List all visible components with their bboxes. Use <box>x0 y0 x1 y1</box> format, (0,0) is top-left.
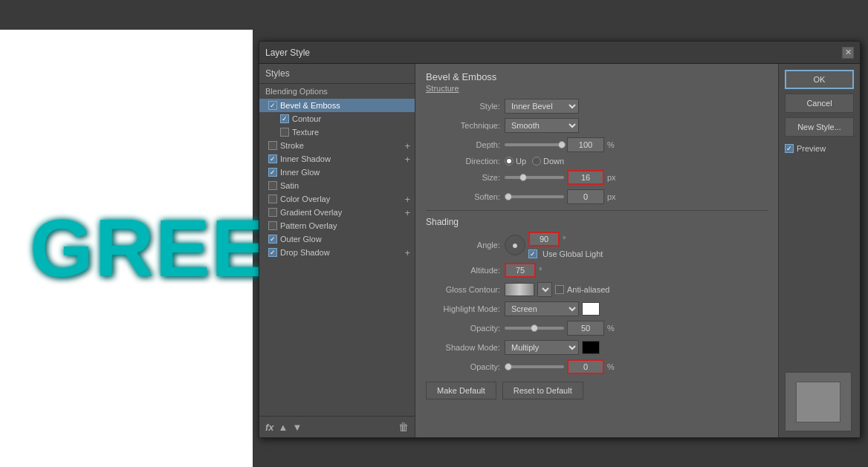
move-up-icon[interactable]: ▲ <box>279 422 288 433</box>
sidebar-item-color-overlay[interactable]: Color Overlay + <box>259 192 415 206</box>
preview-checkbox-row: Preview <box>785 144 854 153</box>
buttons-panel: OK Cancel New Style... Preview <box>778 64 860 437</box>
drop-shadow-add-icon[interactable]: + <box>404 247 410 258</box>
angle-inputs: ° Use Global Light <box>528 232 603 258</box>
sidebar-item-satin[interactable]: Satin <box>259 179 415 192</box>
gloss-contour-select[interactable] <box>537 282 552 297</box>
sidebar-item-inner-shadow[interactable]: Inner Shadow + <box>259 152 415 166</box>
bevel-emboss-label: Bevel & Emboss <box>280 101 340 110</box>
opacity-highlight-unit: % <box>607 324 615 333</box>
bevel-emboss-checkbox[interactable] <box>268 101 277 110</box>
sidebar-item-contour[interactable]: Contour <box>259 112 415 125</box>
sidebar-item-gradient-overlay[interactable]: Gradient Overlay + <box>259 206 415 219</box>
opacity-shadow-input[interactable] <box>567 359 604 374</box>
size-row: Size: px <box>426 170 768 185</box>
soften-slider-thumb[interactable] <box>505 193 512 200</box>
opacity-highlight-input[interactable] <box>567 321 604 336</box>
global-light-label: Use Global Light <box>542 249 603 258</box>
altitude-unit: ° <box>539 266 542 275</box>
inner-shadow-checkbox[interactable] <box>268 154 277 163</box>
dialog-body: Styles Blending Options Bevel & Emboss C… <box>259 64 860 437</box>
highlight-mode-label: Highlight Mode: <box>426 304 500 313</box>
depth-input[interactable] <box>567 137 604 152</box>
stroke-checkbox[interactable] <box>268 141 277 150</box>
angle-dial[interactable]: ● <box>505 235 525 255</box>
separator <box>426 210 768 211</box>
outer-glow-checkbox[interactable] <box>268 235 277 244</box>
direction-control: Up Down <box>505 157 564 166</box>
delete-icon[interactable]: 🗑 <box>398 421 409 433</box>
highlight-mode-select[interactable]: Screen Normal <box>505 301 579 316</box>
cancel-button[interactable]: Cancel <box>785 94 854 113</box>
angle-input[interactable] <box>528 232 560 246</box>
inner-shadow-add-icon[interactable]: + <box>404 154 410 165</box>
highlight-mode-control: Screen Normal <box>505 301 600 316</box>
altitude-input[interactable] <box>505 263 536 278</box>
preview-checkbox[interactable] <box>785 144 794 153</box>
ok-button[interactable]: OK <box>785 70 854 89</box>
sidebar-item-stroke[interactable]: Stroke + <box>259 139 415 152</box>
size-slider-thumb[interactable] <box>519 174 527 181</box>
blending-options-label[interactable]: Blending Options <box>259 84 415 99</box>
depth-slider[interactable] <box>505 143 564 146</box>
texture-label: Texture <box>292 128 319 137</box>
angle-unit: ° <box>563 235 566 244</box>
move-down-icon[interactable]: ▼ <box>292 422 302 433</box>
highlight-color-swatch[interactable] <box>582 302 600 316</box>
close-button[interactable]: ✕ <box>842 47 854 59</box>
shadow-color-swatch[interactable] <box>582 341 600 354</box>
technique-control: Smooth Chisel Hard Chisel Soft <box>505 118 579 133</box>
angle-control: ● ° Use Global Light <box>505 232 603 258</box>
opacity-shadow-thumb[interactable] <box>505 363 512 370</box>
sidebar-item-pattern-overlay[interactable]: Pattern Overlay <box>259 219 415 232</box>
size-input[interactable] <box>567 170 604 185</box>
altitude-row: Altitude: ° <box>426 263 768 278</box>
depth-slider-thumb[interactable] <box>558 141 566 148</box>
new-style-button[interactable]: New Style... <box>785 117 854 137</box>
direction-up-radio[interactable]: Up <box>505 157 526 166</box>
soften-input[interactable] <box>567 189 604 204</box>
depth-unit: % <box>607 140 615 149</box>
gradient-overlay-checkbox[interactable] <box>268 208 277 217</box>
pattern-overlay-checkbox[interactable] <box>268 221 277 230</box>
contour-checkbox[interactable] <box>280 114 289 123</box>
drop-shadow-checkbox[interactable] <box>268 248 277 257</box>
sidebar-item-outer-glow[interactable]: Outer Glow <box>259 232 415 246</box>
sidebar-item-bevel-emboss[interactable]: Bevel & Emboss <box>259 99 415 112</box>
anti-aliased-label: Anti-aliased <box>567 285 609 294</box>
gradient-overlay-label: Gradient Overlay <box>280 208 342 217</box>
sidebar-item-drop-shadow[interactable]: Drop Shadow + <box>259 246 415 259</box>
soften-slider[interactable] <box>505 195 564 198</box>
gloss-contour-label: Gloss Contour: <box>426 285 500 294</box>
gradient-overlay-add-icon[interactable]: + <box>404 207 410 218</box>
opacity-highlight-thumb[interactable] <box>531 324 538 332</box>
texture-checkbox[interactable] <box>280 128 289 137</box>
stroke-add-icon[interactable]: + <box>404 140 410 151</box>
opacity-shadow-slider[interactable] <box>505 365 564 368</box>
direction-up-label: Up <box>516 157 526 166</box>
color-overlay-checkbox[interactable] <box>268 195 277 203</box>
styles-header[interactable]: Styles <box>259 64 415 84</box>
gloss-swatch[interactable] <box>505 283 534 296</box>
size-slider[interactable] <box>505 176 564 179</box>
sidebar-item-inner-glow[interactable]: Inner Glow <box>259 166 415 179</box>
inner-glow-checkbox[interactable] <box>268 168 277 177</box>
direction-down-radio[interactable]: Down <box>532 157 564 166</box>
style-label: Style: <box>426 102 500 111</box>
satin-checkbox[interactable] <box>268 181 277 190</box>
soften-control: px <box>505 189 616 204</box>
technique-select[interactable]: Smooth Chisel Hard Chisel Soft <box>505 118 579 133</box>
color-overlay-add-icon[interactable]: + <box>404 194 410 205</box>
style-control: Inner Bevel Outer Bevel Emboss <box>505 99 579 114</box>
angle-value-row: ° <box>528 232 603 246</box>
reset-default-button[interactable]: Reset to Default <box>502 382 583 399</box>
style-select[interactable]: Inner Bevel Outer Bevel Emboss <box>505 99 579 114</box>
opacity-highlight-slider[interactable] <box>505 327 564 330</box>
make-default-button[interactable]: Make Default <box>426 382 496 399</box>
shadow-mode-select[interactable]: Multiply Normal <box>505 340 579 355</box>
depth-control: % <box>505 137 615 152</box>
sidebar-item-texture[interactable]: Texture <box>259 125 415 139</box>
preview-inner <box>796 382 841 422</box>
anti-aliased-checkbox[interactable] <box>555 285 564 294</box>
global-light-checkbox[interactable] <box>528 249 537 258</box>
